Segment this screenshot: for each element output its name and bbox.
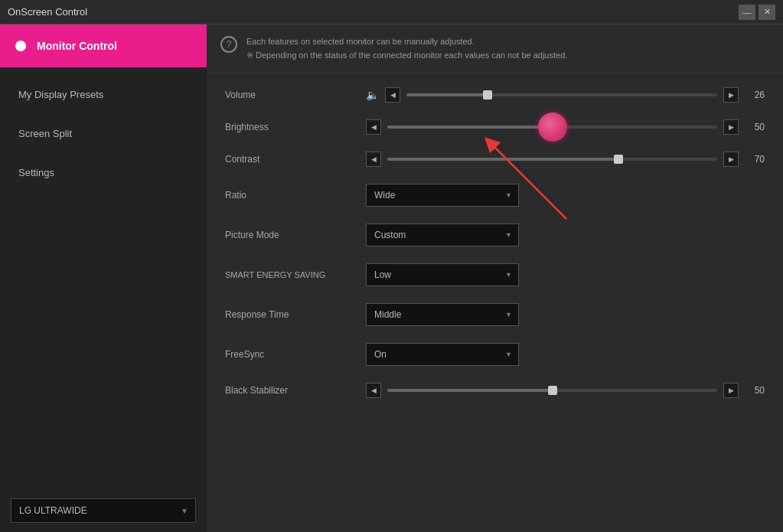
volume-slider-track[interactable] (406, 93, 717, 97)
title-bar: OnScreen Control — ✕ (0, 0, 783, 24)
volume-label: Volume (225, 90, 355, 100)
contrast-thumb[interactable] (614, 155, 623, 164)
contrast-value: 70 (745, 154, 765, 165)
freesync-label: FreeSync (225, 349, 355, 360)
black-stabilizer-slider-track[interactable] (387, 388, 717, 393)
black-stabilizer-thumb[interactable] (548, 386, 557, 395)
response-time-row: Response Time Middle Fast Faster Off (225, 303, 765, 326)
ratio-label: Ratio (225, 190, 355, 201)
brightness-thumb[interactable] (538, 113, 567, 142)
window-controls: — ✕ (739, 5, 775, 20)
black-stabilizer-fill (387, 389, 553, 392)
ratio-dropdown-wrap: Wide Original 1:1 4:3 (366, 184, 519, 207)
freesync-select[interactable]: On Off (366, 343, 519, 366)
sidebar-menu: My Display Presets Screen Split Settings (0, 67, 207, 489)
monitor-select-wrap: LG ULTRAWIDE (11, 498, 196, 523)
response-time-select[interactable]: Middle Fast Faster Off (366, 303, 519, 326)
sidebar-item-my-display-presets[interactable]: My Display Presets (0, 75, 207, 114)
contrast-slider-group: ◀ ▶ 70 (366, 152, 765, 167)
picture-mode-label: Picture Mode (225, 230, 355, 240)
sidebar-footer: LG ULTRAWIDE (0, 489, 207, 532)
smart-energy-saving-dropdown-wrap: Low High Off (366, 263, 519, 286)
controls-wrapper: Volume 🔈 ◀ ▶ 26 (207, 73, 783, 532)
monitor-control-indicator (15, 41, 26, 51)
volume-fill (406, 93, 488, 96)
brightness-fill (387, 126, 553, 129)
brightness-value: 50 (745, 122, 765, 132)
contrast-increase-button[interactable]: ▶ (723, 152, 739, 167)
brightness-row: Brightness ◀ ▶ 50 (225, 119, 765, 135)
monitor-control-button[interactable]: Monitor Control (0, 24, 207, 67)
ratio-row: Ratio Wide Original 1:1 4:3 (225, 184, 765, 207)
close-button[interactable]: ✕ (759, 5, 775, 20)
contrast-label: Contrast (225, 154, 355, 165)
smart-energy-saving-select[interactable]: Low High Off (366, 263, 519, 286)
info-banner: ? Each features on selected monitor can … (207, 24, 783, 73)
contrast-slider-track[interactable] (387, 157, 717, 162)
black-stabilizer-row: Black Stabilizer ◀ ▶ 50 (225, 383, 765, 398)
contrast-fill (387, 158, 618, 161)
response-time-label: Response Time (225, 309, 355, 320)
contrast-row: Contrast ◀ ▶ 70 (225, 152, 765, 167)
volume-increase-button[interactable]: ▶ (723, 87, 739, 103)
info-icon: ? (220, 36, 237, 53)
black-stabilizer-decrease-button[interactable]: ◀ (366, 383, 381, 398)
contrast-decrease-button[interactable]: ◀ (366, 152, 381, 167)
sidebar: Monitor Control My Display Presets Scree… (0, 24, 207, 532)
main-content: ? Each features on selected monitor can … (207, 24, 783, 532)
volume-thumb[interactable] (483, 90, 492, 100)
brightness-slider-group: ◀ ▶ 50 (366, 119, 765, 135)
smart-energy-saving-label: SMART ENERGY SAVING (225, 270, 355, 279)
black-stabilizer-slider-group: ◀ ▶ 50 (366, 383, 765, 398)
info-text: Each features on selected monitor can be… (246, 35, 567, 62)
brightness-decrease-button[interactable]: ◀ (366, 119, 381, 135)
volume-slider-group: 🔈 ◀ ▶ 26 (366, 87, 765, 103)
monitor-select[interactable]: LG ULTRAWIDE (11, 498, 196, 523)
brightness-label: Brightness (225, 122, 355, 132)
black-stabilizer-increase-button[interactable]: ▶ (723, 383, 739, 398)
sidebar-item-screen-split[interactable]: Screen Split (0, 114, 207, 153)
volume-decrease-button[interactable]: ◀ (385, 87, 400, 103)
volume-icon: 🔈 (366, 89, 379, 101)
picture-mode-dropdown-wrap: Custom Standard Cinema Game (366, 224, 519, 246)
picture-mode-select[interactable]: Custom Standard Cinema Game (366, 224, 519, 246)
black-stabilizer-value: 50 (745, 385, 765, 396)
monitor-control-label: Monitor Control (37, 40, 117, 52)
ratio-select[interactable]: Wide Original 1:1 4:3 (366, 184, 519, 207)
response-time-dropdown-wrap: Middle Fast Faster Off (366, 303, 519, 326)
freesync-dropdown-wrap: On Off (366, 343, 519, 366)
sidebar-item-settings[interactable]: Settings (0, 153, 207, 192)
controls-area: Volume 🔈 ◀ ▶ 26 (207, 73, 783, 429)
brightness-increase-button[interactable]: ▶ (723, 119, 739, 135)
app-title: OnScreen Control (8, 6, 87, 18)
smart-energy-saving-row: SMART ENERGY SAVING Low High Off (225, 263, 765, 286)
black-stabilizer-label: Black Stabilizer (225, 385, 355, 396)
app-body: Monitor Control My Display Presets Scree… (0, 24, 783, 532)
brightness-slider-track[interactable] (387, 125, 717, 129)
volume-row: Volume 🔈 ◀ ▶ 26 (225, 87, 765, 103)
minimize-button[interactable]: — (739, 5, 755, 20)
freesync-row: FreeSync On Off (225, 343, 765, 366)
volume-value: 26 (745, 90, 765, 100)
picture-mode-row: Picture Mode Custom Standard Cinema Game (225, 224, 765, 246)
